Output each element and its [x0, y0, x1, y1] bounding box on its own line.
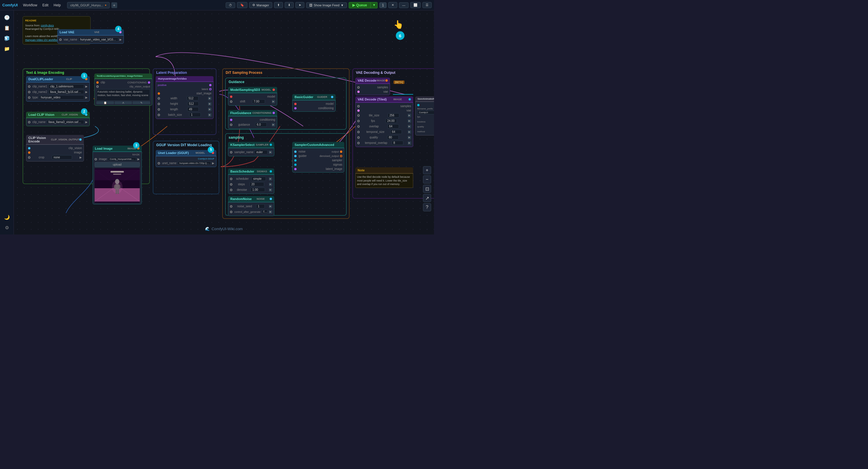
sched-arrow[interactable]: ▶ [269, 177, 272, 181]
clip1-value[interactable]: clip_1.safetensors [48, 84, 84, 89]
show-image-feed-btn[interactable]: 🖼 Show Image Feed ▼ [306, 2, 347, 8]
shift-arrow[interactable]: ▶ [272, 100, 275, 104]
dit-sampling-title: DiT Sampling Process [224, 70, 348, 75]
zoom-in-button[interactable]: + [423, 166, 431, 174]
upload-button[interactable]: upload [95, 162, 140, 167]
readme-source-link[interactable]: comfy.docs [41, 24, 54, 27]
guidance-value[interactable]: 6.0 [255, 122, 267, 127]
load-vae-header: Load VAE VAE [57, 29, 124, 35]
close-btn[interactable]: ✕ [388, 2, 397, 8]
model-sampling-body: model shift 7.00 ▶ [228, 93, 277, 106]
sidebar-nodes[interactable]: 🧊 [2, 34, 11, 43]
clip-type-value[interactable]: hunyuan_video [39, 95, 84, 99]
sidebar-theme[interactable]: 🌙 [2, 212, 11, 222]
cv-input [28, 147, 30, 149]
save-filename-value[interactable]: ComfyUI [417, 111, 434, 114]
guidance-arrow[interactable]: ▶ [272, 123, 275, 126]
zoom-out-button[interactable]: − [423, 175, 431, 183]
steps-value[interactable]: 20 [250, 182, 264, 186]
menu-workflow[interactable]: Workflow [21, 3, 39, 8]
sampler-arrow[interactable]: ▶ [269, 150, 272, 154]
flux-guidance-title: FluxGuidance [230, 111, 251, 115]
clip1-row: clip_name1 clip_1.safetensors ▶ [28, 84, 88, 89]
batch-arrow[interactable]: ▶ [208, 113, 212, 117]
tile-size-value[interactable]: 256 [388, 113, 399, 118]
clip-vision-encode-body: clip_vision image crop none ▶ [26, 144, 84, 162]
queue-button[interactable]: ▶ Queue [349, 2, 371, 8]
random-noise-node: RandomNoise NOISE noise_seed 1 ▶ control… [228, 196, 274, 216]
help-button[interactable]: ? [423, 203, 431, 211]
seed-arrow[interactable]: ▶ [269, 205, 272, 208]
canvas[interactable]: README Source from: comfy.docs Rearrange… [14, 10, 434, 235]
fit-view-button[interactable]: ⊡ [423, 185, 431, 193]
app-logo: ComfyUI [2, 3, 18, 7]
history-btn[interactable]: ⏱ [226, 2, 235, 8]
svg-rect-8 [113, 174, 121, 175]
temporal-size-value[interactable]: 64 [390, 130, 402, 134]
fps-value[interactable]: 24.00 [385, 119, 397, 123]
add-tab-button[interactable]: + [112, 2, 117, 8]
share-btn[interactable]: ➤ [296, 2, 304, 8]
clip-vision-name-input [28, 121, 30, 123]
active-tab[interactable]: city96_GGUF_Hunyu... • [67, 2, 110, 8]
menu-help[interactable]: Help [51, 3, 63, 8]
height-arrow[interactable]: ▶ [208, 102, 212, 106]
temporal-overlap-value[interactable]: 8 [392, 141, 403, 145]
sidebar-notes[interactable]: 📋 [2, 23, 11, 32]
vae-name-value[interactable]: hunyuan_video_vae_bf16.safetensors [79, 37, 118, 42]
image-file-value[interactable]: Comfy_HunyuanVideo_12V_input.png [108, 157, 136, 161]
manager-btn[interactable]: ⚙ Manager [249, 2, 272, 8]
denoise-arrow[interactable]: ▶ [269, 188, 272, 192]
width-arrow[interactable]: ▶ [208, 97, 212, 100]
sidebar-history[interactable]: 🕐 [2, 13, 11, 22]
basic-scheduler-body: scheduler simple ▶ steps 20 ▶ denoise 1.… [228, 175, 274, 194]
vae-decode-body: samples vae [355, 84, 390, 95]
seed-value[interactable]: 1 [256, 204, 265, 208]
sidebar-folder[interactable]: 📁 [2, 44, 11, 53]
upload-btn[interactable]: ⬆ [274, 2, 283, 8]
height-value[interactable]: 512 [187, 101, 199, 106]
encode-btn[interactable]: A [115, 101, 132, 104]
send-button[interactable]: ↗ [423, 194, 431, 202]
length-arrow[interactable]: ▶ [208, 108, 212, 111]
prompt-text[interactable]: Futuristic robot dancing ballet, dynamic… [96, 89, 150, 101]
denoise-value[interactable]: 1.00 [251, 187, 265, 192]
clip-vision-encode-header: CLIP Vision Encode CLIP_VISION_OUTPUT [26, 135, 84, 144]
load-vae-title: Load VAE [60, 30, 74, 34]
maximize-btn[interactable]: ⬜ [410, 2, 421, 8]
text-btn[interactable]: ✎ [132, 101, 150, 104]
queue-dropdown[interactable]: ▼ [371, 2, 378, 8]
sampler-name-value[interactable]: euler [255, 150, 268, 154]
clip2-value[interactable]: llava_llama3_fp16.safetensors [48, 90, 84, 94]
watermark-icon: 🌊 [205, 227, 210, 231]
latent-prep-group: Latent Preparation HunyuanImageToVideo p… [153, 68, 216, 135]
bookmark-btn[interactable]: 🔖 [237, 2, 247, 8]
download-btn[interactable]: ⬇ [285, 2, 294, 8]
overlap-value[interactable]: 64 [388, 124, 399, 128]
length-value[interactable]: 49 [187, 107, 199, 112]
sidebar-settings[interactable]: ⚙ [2, 223, 11, 232]
crop-value[interactable]: none [52, 155, 72, 159]
unet-name-value[interactable]: hunyuan-video-i2v-720p-Q4_K_M.gguf [178, 161, 211, 165]
beta-badge: [BETA] [394, 81, 404, 84]
width-value[interactable]: 512 [187, 96, 198, 100]
vae-arrow[interactable]: ▶ [120, 38, 122, 41]
clip-vision-name-value[interactable]: llava_llama3_vision.safetensors [47, 120, 84, 124]
quality-value[interactable]: 80 [387, 135, 399, 140]
ksampler-select-body: sampler_name euler ▶ [228, 148, 274, 156]
steps-arrow[interactable]: ▶ [269, 183, 272, 186]
minimize-btn[interactable]: — [399, 2, 408, 8]
shift-value[interactable]: 7.00 [252, 99, 265, 104]
dual-clip-body: clip_name1 clip_1.safetensors ▶ clip_nam… [26, 82, 90, 101]
paste-btn[interactable]: 📋 [96, 101, 114, 104]
control-arrow[interactable]: ▶ [269, 210, 272, 214]
menu-btn[interactable]: ☰ [423, 2, 432, 8]
scheduler-value[interactable]: simple [251, 177, 266, 181]
text-encode-title: TextEncodeHunyuanVideo_ImageToVideo [97, 75, 143, 77]
menu-edit[interactable]: Edit [40, 3, 51, 8]
batch-size-value[interactable]: 1 [189, 113, 201, 117]
control-after-value[interactable]: fixed [262, 210, 268, 214]
basic-scheduler-title: BasicScheduler [230, 170, 254, 173]
load-clip-vision-body: clip_name llava_llama3_vision.safetensor… [26, 118, 90, 126]
load-image-badge: 3 [133, 142, 140, 148]
